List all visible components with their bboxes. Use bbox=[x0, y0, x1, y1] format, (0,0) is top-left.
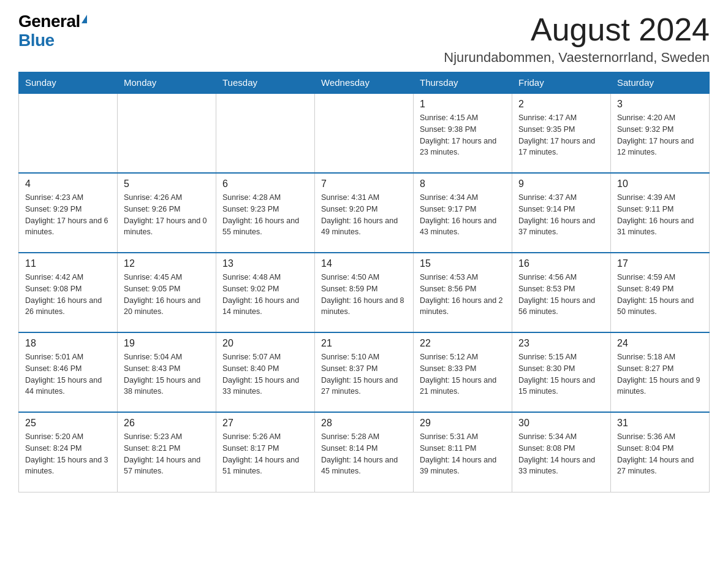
day-info: Sunrise: 5:15 AMSunset: 8:30 PMDaylight:… bbox=[518, 351, 604, 397]
day-info: Sunrise: 5:20 AMSunset: 8:24 PMDaylight:… bbox=[25, 431, 111, 477]
day-info: Sunrise: 4:23 AMSunset: 9:29 PMDaylight:… bbox=[25, 192, 111, 238]
day-number: 3 bbox=[617, 99, 703, 110]
table-row: 24Sunrise: 5:18 AMSunset: 8:27 PMDayligh… bbox=[611, 332, 710, 412]
day-info: Sunrise: 4:42 AMSunset: 9:08 PMDaylight:… bbox=[25, 272, 111, 318]
day-number: 17 bbox=[617, 258, 703, 269]
calendar-table: Sunday Monday Tuesday Wednesday Thursday… bbox=[18, 72, 710, 492]
table-row: 6Sunrise: 4:28 AMSunset: 9:23 PMDaylight… bbox=[216, 173, 315, 253]
day-info: Sunrise: 4:26 AMSunset: 9:26 PMDaylight:… bbox=[124, 192, 210, 238]
table-row: 31Sunrise: 5:36 AMSunset: 8:04 PMDayligh… bbox=[611, 412, 710, 492]
header-saturday: Saturday bbox=[611, 72, 710, 94]
calendar-week-row: 25Sunrise: 5:20 AMSunset: 8:24 PMDayligh… bbox=[19, 412, 710, 492]
table-row bbox=[19, 93, 118, 173]
day-info: Sunrise: 4:15 AMSunset: 9:38 PMDaylight:… bbox=[420, 112, 506, 158]
day-info: Sunrise: 5:18 AMSunset: 8:27 PMDaylight:… bbox=[617, 351, 703, 397]
table-row: 29Sunrise: 5:31 AMSunset: 8:11 PMDayligh… bbox=[414, 412, 512, 492]
day-number: 24 bbox=[617, 338, 703, 349]
day-info: Sunrise: 4:56 AMSunset: 8:53 PMDaylight:… bbox=[518, 272, 604, 318]
table-row bbox=[216, 93, 315, 173]
day-number: 8 bbox=[420, 178, 506, 190]
table-row: 15Sunrise: 4:53 AMSunset: 8:56 PMDayligh… bbox=[414, 253, 512, 332]
table-row bbox=[315, 93, 414, 173]
day-number: 19 bbox=[124, 338, 210, 349]
table-row: 10Sunrise: 4:39 AMSunset: 9:11 PMDayligh… bbox=[611, 173, 710, 253]
day-info: Sunrise: 5:31 AMSunset: 8:11 PMDaylight:… bbox=[420, 431, 506, 477]
day-info: Sunrise: 4:50 AMSunset: 8:59 PMDaylight:… bbox=[321, 272, 407, 318]
logo-blue-text: Blue bbox=[18, 31, 87, 50]
page-header: General Blue August 2024 Njurundabommen,… bbox=[18, 12, 710, 66]
month-title: August 2024 bbox=[444, 12, 710, 47]
day-number: 2 bbox=[518, 99, 604, 110]
table-row: 13Sunrise: 4:48 AMSunset: 9:02 PMDayligh… bbox=[216, 253, 315, 332]
table-row: 4Sunrise: 4:23 AMSunset: 9:29 PMDaylight… bbox=[19, 173, 118, 253]
header-wednesday: Wednesday bbox=[315, 72, 414, 94]
table-row: 18Sunrise: 5:01 AMSunset: 8:46 PMDayligh… bbox=[19, 332, 118, 412]
table-row: 28Sunrise: 5:28 AMSunset: 8:14 PMDayligh… bbox=[315, 412, 414, 492]
day-info: Sunrise: 5:23 AMSunset: 8:21 PMDaylight:… bbox=[124, 431, 210, 477]
day-number: 21 bbox=[321, 338, 407, 349]
day-number: 15 bbox=[420, 258, 506, 269]
day-number: 9 bbox=[518, 178, 604, 190]
calendar-week-row: 4Sunrise: 4:23 AMSunset: 9:29 PMDaylight… bbox=[19, 173, 710, 253]
day-info: Sunrise: 4:53 AMSunset: 8:56 PMDaylight:… bbox=[420, 272, 506, 318]
table-row: 19Sunrise: 5:04 AMSunset: 8:43 PMDayligh… bbox=[118, 332, 216, 412]
day-number: 18 bbox=[25, 338, 111, 349]
table-row: 21Sunrise: 5:10 AMSunset: 8:37 PMDayligh… bbox=[315, 332, 414, 412]
logo: General Blue bbox=[18, 12, 87, 50]
day-number: 31 bbox=[617, 418, 703, 429]
day-number: 29 bbox=[420, 418, 506, 429]
day-number: 16 bbox=[518, 258, 604, 269]
table-row bbox=[118, 93, 216, 173]
calendar-week-row: 11Sunrise: 4:42 AMSunset: 9:08 PMDayligh… bbox=[19, 253, 710, 332]
day-info: Sunrise: 5:28 AMSunset: 8:14 PMDaylight:… bbox=[321, 431, 407, 477]
day-number: 30 bbox=[518, 418, 604, 429]
day-info: Sunrise: 4:17 AMSunset: 9:35 PMDaylight:… bbox=[518, 112, 604, 158]
day-info: Sunrise: 4:34 AMSunset: 9:17 PMDaylight:… bbox=[420, 192, 506, 238]
header-thursday: Thursday bbox=[414, 72, 512, 94]
day-info: Sunrise: 4:37 AMSunset: 9:14 PMDaylight:… bbox=[518, 192, 604, 238]
day-info: Sunrise: 4:45 AMSunset: 9:05 PMDaylight:… bbox=[124, 272, 210, 318]
day-number: 28 bbox=[321, 418, 407, 429]
day-number: 12 bbox=[124, 258, 210, 269]
day-info: Sunrise: 4:31 AMSunset: 9:20 PMDaylight:… bbox=[321, 192, 407, 238]
header-tuesday: Tuesday bbox=[216, 72, 315, 94]
day-info: Sunrise: 5:36 AMSunset: 8:04 PMDaylight:… bbox=[617, 431, 703, 477]
day-info: Sunrise: 5:26 AMSunset: 8:17 PMDaylight:… bbox=[222, 431, 308, 477]
day-number: 13 bbox=[222, 258, 308, 269]
day-number: 7 bbox=[321, 178, 407, 190]
day-info: Sunrise: 4:39 AMSunset: 9:11 PMDaylight:… bbox=[617, 192, 703, 238]
table-row: 30Sunrise: 5:34 AMSunset: 8:08 PMDayligh… bbox=[512, 412, 611, 492]
logo-triangle-icon bbox=[82, 15, 87, 23]
table-row: 1Sunrise: 4:15 AMSunset: 9:38 PMDaylight… bbox=[414, 93, 512, 173]
day-info: Sunrise: 4:59 AMSunset: 8:49 PMDaylight:… bbox=[617, 272, 703, 318]
day-number: 11 bbox=[25, 258, 111, 269]
table-row: 2Sunrise: 4:17 AMSunset: 9:35 PMDaylight… bbox=[512, 93, 611, 173]
calendar-header-row: Sunday Monday Tuesday Wednesday Thursday… bbox=[19, 72, 710, 94]
day-info: Sunrise: 4:28 AMSunset: 9:23 PMDaylight:… bbox=[222, 192, 308, 238]
day-number: 22 bbox=[420, 338, 506, 349]
table-row: 7Sunrise: 4:31 AMSunset: 9:20 PMDaylight… bbox=[315, 173, 414, 253]
day-info: Sunrise: 5:12 AMSunset: 8:33 PMDaylight:… bbox=[420, 351, 506, 397]
day-info: Sunrise: 4:20 AMSunset: 9:32 PMDaylight:… bbox=[617, 112, 703, 158]
day-info: Sunrise: 5:34 AMSunset: 8:08 PMDaylight:… bbox=[518, 431, 604, 477]
day-number: 5 bbox=[124, 178, 210, 190]
day-info: Sunrise: 5:10 AMSunset: 8:37 PMDaylight:… bbox=[321, 351, 407, 397]
day-number: 6 bbox=[222, 178, 308, 190]
table-row: 22Sunrise: 5:12 AMSunset: 8:33 PMDayligh… bbox=[414, 332, 512, 412]
day-number: 20 bbox=[222, 338, 308, 349]
day-number: 26 bbox=[124, 418, 210, 429]
table-row: 9Sunrise: 4:37 AMSunset: 9:14 PMDaylight… bbox=[512, 173, 611, 253]
day-info: Sunrise: 5:01 AMSunset: 8:46 PMDaylight:… bbox=[25, 351, 111, 397]
day-number: 14 bbox=[321, 258, 407, 269]
day-number: 10 bbox=[617, 178, 703, 190]
table-row: 25Sunrise: 5:20 AMSunset: 8:24 PMDayligh… bbox=[19, 412, 118, 492]
day-number: 1 bbox=[420, 99, 506, 110]
header-friday: Friday bbox=[512, 72, 611, 94]
day-number: 25 bbox=[25, 418, 111, 429]
logo-general-text: General bbox=[18, 12, 80, 31]
table-row: 17Sunrise: 4:59 AMSunset: 8:49 PMDayligh… bbox=[611, 253, 710, 332]
table-row: 5Sunrise: 4:26 AMSunset: 9:26 PMDaylight… bbox=[118, 173, 216, 253]
header-sunday: Sunday bbox=[19, 72, 118, 94]
table-row: 23Sunrise: 5:15 AMSunset: 8:30 PMDayligh… bbox=[512, 332, 611, 412]
table-row: 12Sunrise: 4:45 AMSunset: 9:05 PMDayligh… bbox=[118, 253, 216, 332]
